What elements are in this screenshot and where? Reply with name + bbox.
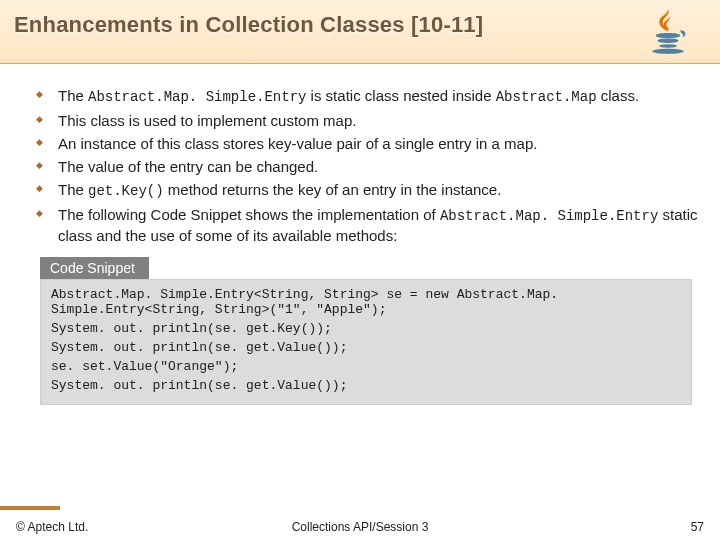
code-line: System. out. println(se. get.Value()); bbox=[51, 379, 681, 394]
footer-accent-bar bbox=[0, 506, 60, 510]
page-number: 57 bbox=[691, 520, 704, 534]
list-item: The value of the entry can be changed. bbox=[34, 157, 698, 176]
list-item: The following Code Snippet shows the imp… bbox=[34, 205, 698, 245]
slide-header: Enhancements in Collection Classes [10-1… bbox=[0, 0, 720, 64]
code-line: se. set.Value("Orange"); bbox=[51, 360, 681, 375]
slide-body: The Abstract.Map. Simple.Entry is static… bbox=[0, 64, 720, 409]
list-item: This class is used to implement custom m… bbox=[34, 111, 698, 130]
bullet-list: The Abstract.Map. Simple.Entry is static… bbox=[34, 86, 698, 245]
slide-footer: © Aptech Ltd. Collections API/Session 3 … bbox=[0, 512, 720, 534]
code-line: System. out. println(se. get.Value()); bbox=[51, 341, 681, 356]
session-label: Collections API/Session 3 bbox=[0, 520, 720, 534]
code-snippet-label: Code Snippet bbox=[40, 257, 149, 279]
code-line: System. out. println(se. get.Key()); bbox=[51, 322, 681, 337]
list-item: The Abstract.Map. Simple.Entry is static… bbox=[34, 86, 698, 107]
code-snippet-box: Abstract.Map. Simple.Entry<String, Strin… bbox=[40, 279, 692, 405]
list-item: An instance of this class stores key-val… bbox=[34, 134, 698, 153]
code-line: Abstract.Map. Simple.Entry<String, Strin… bbox=[51, 288, 681, 318]
java-logo-icon bbox=[640, 4, 696, 60]
list-item: The get.Key() method returns the key of … bbox=[34, 180, 698, 201]
slide-title: Enhancements in Collection Classes [10-1… bbox=[14, 12, 706, 38]
